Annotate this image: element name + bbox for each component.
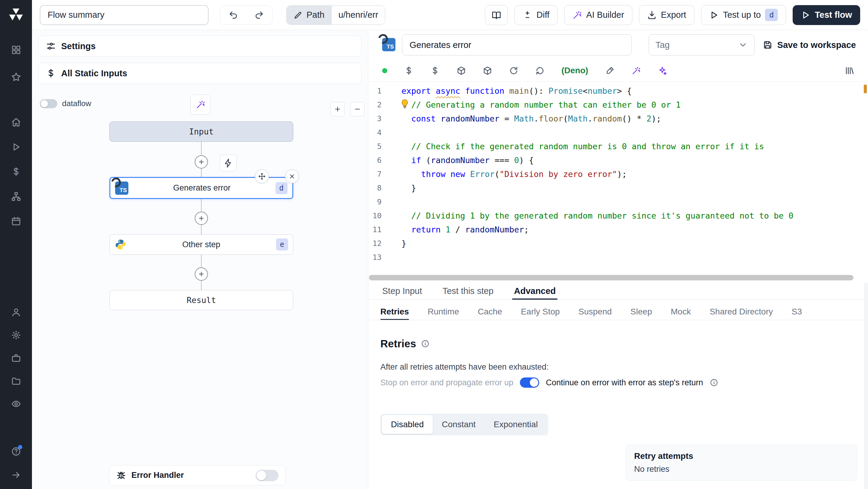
diff-button[interactable]: Diff bbox=[515, 5, 558, 25]
favorites-icon[interactable] bbox=[9, 70, 23, 84]
save-icon bbox=[763, 40, 772, 50]
save-to-workspace-button[interactable]: Save to workspace bbox=[763, 34, 856, 56]
app-sidebar bbox=[0, 0, 32, 489]
ai-builder-button[interactable]: AI Builder bbox=[564, 5, 632, 25]
library-button[interactable] bbox=[845, 66, 854, 75]
scrollbar-thumb[interactable] bbox=[369, 275, 854, 280]
retry-mode-disabled[interactable]: Disabled bbox=[382, 415, 433, 434]
flow-node-result[interactable]: Result bbox=[110, 290, 293, 310]
zoom-in-button[interactable] bbox=[330, 102, 345, 116]
bug-icon bbox=[116, 470, 126, 480]
redo-button[interactable] bbox=[246, 6, 272, 24]
subtab-mock[interactable]: Mock bbox=[671, 303, 691, 320]
horizontal-scrollbar[interactable] bbox=[368, 275, 861, 280]
path-control[interactable]: Path u/henri/err bbox=[286, 5, 385, 25]
retry-attempts-value: No retries bbox=[634, 465, 849, 474]
resources-icon[interactable] bbox=[9, 189, 23, 203]
typescript-icon: TS bbox=[382, 38, 396, 51]
tag-select[interactable]: Tag bbox=[649, 34, 755, 56]
package-lock-button[interactable] bbox=[483, 66, 492, 75]
ts-icon-label: TS bbox=[120, 187, 127, 193]
stop-on-error-label[interactable]: Stop on error and propagate error up bbox=[380, 378, 513, 388]
windmill-logo[interactable] bbox=[7, 6, 25, 24]
topbar: Path u/henri/err Diff AI Builder Export … bbox=[32, 0, 868, 30]
schedules-icon[interactable] bbox=[9, 214, 23, 228]
dataflow-toggle[interactable] bbox=[40, 99, 57, 108]
history-button[interactable] bbox=[535, 66, 545, 75]
export-button[interactable]: Export bbox=[639, 5, 694, 25]
retry-mode-exponential[interactable]: Exponential bbox=[485, 415, 547, 434]
test-up-to-button[interactable]: Test up to d bbox=[701, 5, 786, 25]
subtab-s3[interactable]: S3 bbox=[792, 303, 802, 320]
undo-button[interactable] bbox=[220, 6, 246, 24]
ai-edit-button[interactable] bbox=[631, 66, 641, 75]
panel-scrollbar[interactable] bbox=[864, 283, 868, 489]
info-icon[interactable] bbox=[710, 378, 718, 387]
users-icon[interactable] bbox=[9, 305, 23, 319]
all-static-inputs-label: All Static Inputs bbox=[61, 68, 127, 79]
ai-flow-wand-button[interactable] bbox=[190, 95, 210, 115]
ai-sparkle-button[interactable] bbox=[658, 66, 667, 75]
test-flow-button[interactable]: Test flow bbox=[793, 5, 860, 25]
home-icon[interactable] bbox=[9, 115, 23, 129]
format-button[interactable] bbox=[605, 66, 615, 75]
path-label: Path bbox=[307, 10, 324, 20]
subtab-cache[interactable]: Cache bbox=[478, 303, 502, 320]
insert-step-button-3[interactable] bbox=[195, 267, 208, 281]
all-static-inputs-button[interactable]: All Static Inputs bbox=[38, 63, 361, 84]
continue-on-error-toggle[interactable] bbox=[520, 377, 539, 388]
move-step-button[interactable] bbox=[255, 170, 269, 183]
tab-test-this-step[interactable]: Test this step bbox=[432, 283, 504, 299]
settings-button[interactable]: Settings bbox=[38, 36, 361, 57]
play-icon bbox=[709, 10, 719, 20]
pencil-icon bbox=[294, 11, 302, 19]
tag-placeholder: Tag bbox=[655, 40, 670, 50]
docs-button[interactable] bbox=[485, 5, 508, 25]
error-behavior-row: Stop on error and propagate error up Con… bbox=[380, 377, 718, 388]
lightbulb-icon[interactable] bbox=[400, 99, 410, 109]
audit-logs-icon[interactable] bbox=[9, 397, 23, 410]
retries-exhausted-text: After all retries attempts have been exh… bbox=[380, 362, 549, 372]
flow-node-other-step[interactable]: Other step e bbox=[110, 234, 293, 255]
add-variable-button[interactable] bbox=[404, 66, 413, 75]
help-icon[interactable] bbox=[9, 445, 23, 458]
dataflow-label: dataflow bbox=[62, 99, 91, 108]
error-handler-toggle[interactable] bbox=[255, 470, 278, 481]
tab-advanced[interactable]: Advanced bbox=[504, 283, 566, 299]
subtab-runtime[interactable]: Runtime bbox=[428, 303, 459, 320]
code-editor[interactable]: 12345678910111213 export async function … bbox=[368, 82, 868, 274]
zoom-out-button[interactable] bbox=[350, 102, 365, 116]
minus-icon bbox=[354, 105, 361, 113]
trigger-button[interactable] bbox=[220, 155, 237, 172]
code-lines[interactable]: export async function main(): Promise<nu… bbox=[401, 84, 859, 265]
subtab-suspend[interactable]: Suspend bbox=[578, 303, 612, 320]
subtab-early-stop[interactable]: Early Stop bbox=[521, 303, 560, 320]
flow-node-input[interactable]: Input bbox=[110, 122, 293, 142]
expand-sidebar-icon[interactable] bbox=[9, 468, 23, 482]
folders-icon[interactable] bbox=[9, 374, 23, 388]
step-name-input[interactable] bbox=[402, 34, 632, 56]
runs-icon[interactable] bbox=[9, 140, 23, 154]
continue-on-error-label[interactable]: Continue on error with error as step's r… bbox=[546, 378, 703, 388]
subtab-sleep[interactable]: Sleep bbox=[630, 303, 652, 320]
workers-icon[interactable] bbox=[9, 351, 23, 365]
subtab-retries[interactable]: Retries bbox=[380, 303, 409, 320]
insert-step-button-2[interactable] bbox=[195, 212, 208, 225]
variables-icon[interactable] bbox=[9, 164, 23, 179]
flow-summary-input[interactable] bbox=[40, 5, 209, 25]
settings-gear-icon[interactable] bbox=[9, 328, 23, 342]
apps-icon[interactable] bbox=[9, 43, 23, 57]
path-edit-segment[interactable]: Path bbox=[287, 6, 332, 24]
retry-mode-constant[interactable]: Constant bbox=[433, 415, 485, 434]
error-handler-row[interactable]: Error Handler bbox=[110, 465, 285, 485]
step-label: Generates error bbox=[131, 183, 273, 193]
reload-button[interactable] bbox=[509, 66, 518, 75]
tab-step-input[interactable]: Step Input bbox=[372, 283, 432, 299]
info-icon[interactable] bbox=[421, 339, 430, 348]
step-header: TS Tag Save to workspace bbox=[368, 30, 868, 60]
add-resource-button[interactable] bbox=[430, 66, 440, 75]
delete-step-button[interactable] bbox=[285, 170, 299, 183]
subtab-shared-directory[interactable]: Shared Directory bbox=[710, 303, 773, 320]
insert-step-button-1[interactable] bbox=[195, 155, 208, 169]
package-button[interactable] bbox=[457, 66, 466, 75]
